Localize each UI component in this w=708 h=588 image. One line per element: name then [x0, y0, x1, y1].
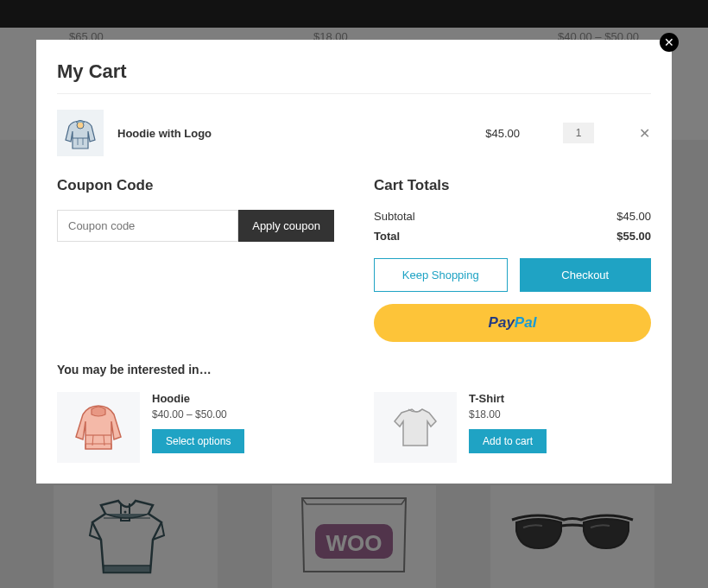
add-to-cart-button[interactable]: Add to cart	[469, 429, 547, 453]
item-thumbnail[interactable]	[57, 110, 104, 156]
upsell-title: You may be interested in…	[57, 363, 651, 376]
coupon-input[interactable]	[57, 210, 238, 242]
upsell-item: Hoodie $40.00 – $50.00 Select options	[57, 392, 334, 463]
upsell-item: T-Shirt $18.00 Add to cart	[374, 392, 651, 463]
checkout-button[interactable]: Checkout	[520, 258, 652, 292]
close-button[interactable]: ✕	[660, 33, 679, 52]
tshirt-icon	[391, 406, 439, 449]
cart-item-row: Hoodie with Logo $45.00 ✕	[57, 110, 651, 156]
item-name[interactable]: Hoodie with Logo	[117, 127, 485, 140]
total-label: Total	[374, 230, 400, 243]
subtotal-label: Subtotal	[374, 210, 415, 223]
hoodie-icon	[73, 402, 124, 452]
divider	[57, 93, 651, 94]
upsell-price: $40.00 – $50.00	[152, 408, 244, 420]
keep-shopping-button[interactable]: Keep Shopping	[374, 258, 508, 292]
totals-title: Cart Totals	[374, 177, 651, 194]
coupon-section: Coupon Code Apply coupon	[57, 177, 334, 342]
cart-title: My Cart	[57, 60, 651, 83]
item-price: $45.00	[485, 127, 520, 140]
cart-modal: ✕ My Cart Hoodie with Logo $45.00 ✕ Coup…	[36, 40, 672, 484]
upsell-name[interactable]: Hoodie	[152, 392, 244, 405]
svg-point-4	[77, 122, 84, 129]
subtotal-value: $45.00	[616, 210, 651, 223]
paypal-logo-pal: Pal	[515, 314, 537, 332]
total-value: $55.00	[616, 230, 651, 243]
coupon-title: Coupon Code	[57, 177, 334, 194]
upsell-thumbnail[interactable]	[57, 392, 140, 463]
apply-coupon-button[interactable]: Apply coupon	[238, 210, 334, 242]
paypal-logo-pay: Pay	[489, 314, 515, 332]
paypal-button[interactable]: PayPal	[374, 304, 651, 342]
upsell-thumbnail[interactable]	[374, 392, 457, 463]
remove-item-button[interactable]: ✕	[637, 125, 651, 142]
hoodie-logo-icon	[64, 116, 97, 150]
close-icon: ✕	[639, 126, 650, 141]
upsell-name[interactable]: T-Shirt	[469, 392, 547, 405]
item-quantity-input[interactable]	[563, 123, 594, 143]
upsell-price: $18.00	[469, 408, 547, 420]
totals-section: Cart Totals Subtotal $45.00 Total $55.00…	[374, 177, 651, 342]
select-options-button[interactable]: Select options	[152, 429, 244, 453]
close-icon: ✕	[664, 35, 674, 49]
